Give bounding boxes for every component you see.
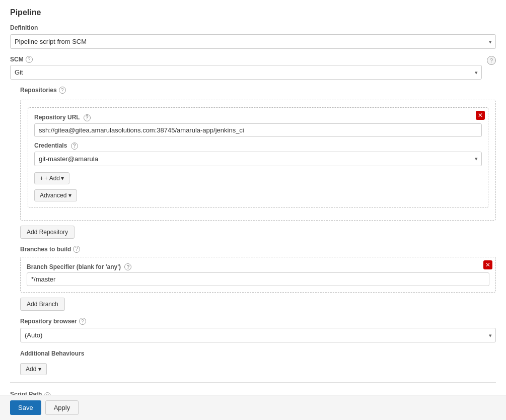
- apply-button[interactable]: Apply: [45, 400, 79, 415]
- advanced-button[interactable]: Advanced ▾: [34, 189, 77, 201]
- branch-specifier-label: Branch Specifier (blank for 'any') ?: [27, 263, 489, 271]
- repositories-label: Repositories: [20, 87, 57, 94]
- repository-box: ✕ Repository URL ? Credentials ?: [28, 107, 488, 208]
- scm-label: SCM: [10, 56, 24, 63]
- credentials-add-button[interactable]: + + Add ▾: [34, 172, 69, 184]
- branches-to-build-label: Branches to build: [20, 246, 71, 253]
- branch-remove-button[interactable]: ✕: [483, 260, 492, 269]
- credentials-field-label: Credentials ?: [34, 142, 482, 150]
- repositories-help-icon[interactable]: ?: [59, 87, 66, 94]
- additional-behaviours-label: Additional Behaviours: [20, 350, 84, 357]
- credentials-select[interactable]: git-master@amarula - none -: [34, 152, 482, 166]
- scm-side-help-icon[interactable]: ?: [487, 56, 496, 65]
- repository-browser-label: Repository browser: [20, 318, 77, 325]
- additional-behaviours-add-button[interactable]: Add ▾: [20, 363, 47, 375]
- add-branch-button[interactable]: Add Branch: [20, 298, 65, 311]
- add-icon: +: [40, 175, 43, 182]
- repository-browser-help-icon[interactable]: ?: [79, 318, 86, 325]
- save-button[interactable]: Save: [10, 400, 41, 415]
- definition-label: Definition: [10, 24, 496, 31]
- branches-to-build-help-icon[interactable]: ?: [73, 246, 80, 253]
- add-dropdown-icon: ▾: [61, 175, 64, 182]
- repository-url-help-icon[interactable]: ?: [84, 114, 91, 121]
- repository-remove-button[interactable]: ✕: [476, 111, 485, 120]
- repository-browser-select[interactable]: (Auto): [20, 328, 496, 342]
- branch-specifier-input[interactable]: [27, 272, 489, 286]
- bottom-bar: Save Apply: [0, 395, 506, 420]
- add-behaviours-chevron-icon: ▾: [38, 366, 41, 373]
- add-repository-button[interactable]: Add Repository: [20, 226, 75, 239]
- branches-container: ✕ Branch Specifier (blank for 'any') ?: [20, 257, 496, 293]
- repository-url-input[interactable]: [34, 123, 482, 137]
- repository-url-field-label: Repository URL ?: [34, 114, 482, 121]
- definition-select[interactable]: Pipeline script from SCM Pipeline script: [10, 34, 496, 49]
- branch-specifier-help-icon[interactable]: ?: [124, 263, 131, 270]
- page-title: Pipeline: [10, 8, 496, 17]
- advanced-chevron-icon: ▾: [68, 192, 71, 199]
- scm-select[interactable]: None Git: [10, 65, 482, 80]
- credentials-help-icon[interactable]: ?: [71, 143, 78, 150]
- scm-help-icon[interactable]: ?: [26, 56, 33, 63]
- repositories-container: ✕ Repository URL ? Credentials ?: [20, 100, 496, 221]
